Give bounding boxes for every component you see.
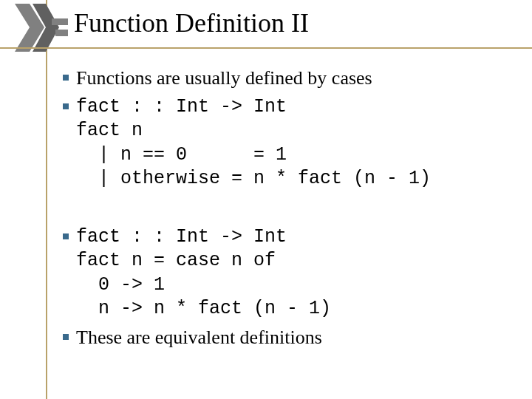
bullet-text: These are equivalent definitions [76, 326, 322, 350]
bullet-text: Functions are usually defined by cases [76, 66, 372, 91]
slide-title: Function Definition II [74, 7, 309, 38]
bullet-icon [55, 225, 76, 239]
bullet-item: These are equivalent definitions [55, 326, 510, 350]
bullet-icon [55, 326, 76, 340]
bullet-icon [55, 95, 76, 109]
bullet-item: fact : : Int -> Int fact n = case n of 0… [55, 225, 510, 321]
bullet-item: Functions are usually defined by cases [55, 66, 510, 91]
code-block: fact : : Int -> Int fact n = case n of 0… [76, 225, 331, 321]
svg-rect-3 [52, 18, 68, 25]
spacer [55, 196, 510, 225]
svg-marker-0 [15, 4, 44, 52]
code-block: fact : : Int -> Int fact n | n == 0 = 1 … [76, 95, 431, 191]
title-underline [0, 47, 532, 49]
slide-body: Functions are usually defined by cases f… [55, 66, 510, 354]
vertical-rule [46, 0, 47, 399]
bullet-item: fact : : Int -> Int fact n | n == 0 = 1 … [55, 95, 510, 191]
bullet-icon [55, 66, 76, 81]
slide: Function Definition II Functions are usu… [0, 0, 532, 399]
svg-rect-4 [55, 30, 68, 36]
